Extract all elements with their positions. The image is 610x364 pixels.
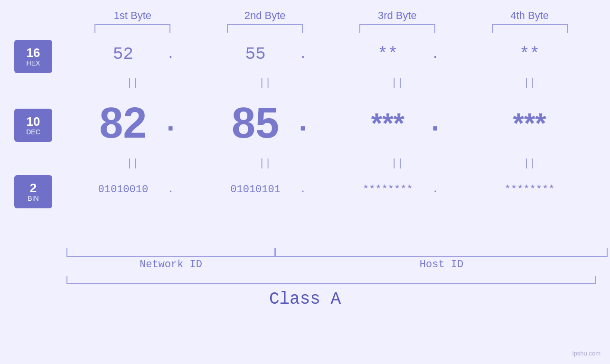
sep2-b2: || [213, 154, 317, 173]
byte4-header: 4th Byte [478, 9, 582, 22]
sep2-b4: || [478, 154, 582, 173]
top-brackets [0, 24, 610, 33]
bin-badge: 2 BIN [14, 175, 52, 208]
dec-b2-cell: 85 . [213, 99, 317, 148]
byte3-top-bracket [359, 24, 435, 33]
bin-b3-cell: ******** . [345, 184, 450, 196]
byte1-header: 1st Byte [80, 9, 185, 22]
hex-b3-cell: ** . [345, 45, 450, 64]
host-id-label: Host ID [420, 259, 463, 271]
byte2-top-bracket [227, 24, 303, 33]
network-id-label: Network ID [140, 259, 202, 271]
base-labels-column: 16 HEX 10 DEC [0, 33, 66, 246]
hex-badge: 16 HEX [14, 40, 52, 73]
byte3-header: 3rd Byte [345, 9, 450, 22]
hex-b2-cell: 55 . [213, 45, 317, 64]
byte4-top-bracket [492, 24, 568, 33]
network-id-bracket-group: Network ID [66, 248, 275, 271]
dec-b4-cell: *** [478, 107, 582, 140]
bottom-bracket-row: Network ID Host ID [0, 248, 610, 271]
hex-b4-cell: ** [478, 45, 582, 64]
network-id-bracket [66, 248, 275, 257]
bin-row: 01010010 . 01010101 . ******** . *******… [66, 173, 596, 206]
dec-b3-cell: *** . [345, 107, 450, 140]
byte-headers: 1st Byte 2nd Byte 3rd Byte 4th Byte [0, 9, 610, 22]
hex-row: 52 . 55 . ** . ** [66, 35, 596, 73]
data-area: 52 . 55 . ** . ** [66, 33, 610, 246]
sep2-b1: || [80, 154, 185, 173]
bin-b1-cell: 01010010 . [80, 184, 185, 196]
sep1-b4: || [478, 73, 582, 92]
sep1-b3: || [345, 73, 450, 92]
byte1-top-bracket [94, 24, 170, 33]
sep1-b2: || [213, 73, 317, 92]
host-id-bracket [275, 248, 608, 257]
byte2-header: 2nd Byte [213, 9, 317, 22]
sep1-b1: || [80, 73, 185, 92]
sep-row-2: || || || || [66, 154, 596, 173]
dec-row: 82 . 85 . *** . *** [66, 92, 596, 154]
main-container: 1st Byte 2nd Byte 3rd Byte 4th Byte 16 H… [0, 0, 610, 364]
full-bracket-row [0, 276, 610, 284]
sep-row-1: || || || || [66, 73, 596, 92]
hex-b1-cell: 52 . [80, 45, 185, 64]
host-id-bracket-group: Host ID [275, 248, 608, 271]
dec-badge: 10 DEC [14, 109, 52, 142]
class-label: Class A [0, 289, 610, 309]
bin-b2-cell: 01010101 . [213, 184, 317, 196]
sep2-b3: || [345, 154, 450, 173]
dec-b1-cell: 82 . [80, 99, 185, 148]
bin-b4-cell: ******** [478, 184, 582, 196]
watermark: ipshu.com [572, 350, 601, 357]
full-bottom-bracket [66, 276, 596, 284]
